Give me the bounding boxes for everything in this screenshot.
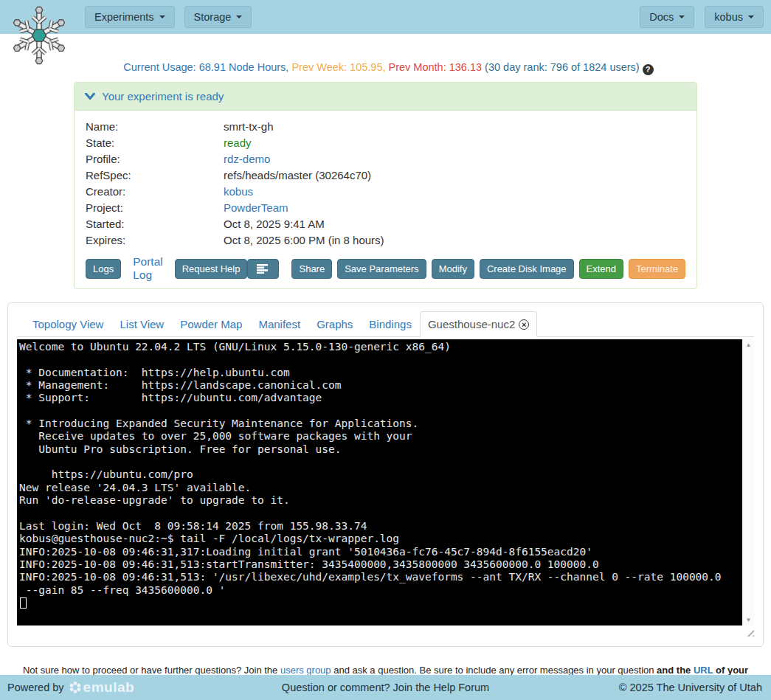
logs-button[interactable]: Logs [86, 259, 121, 279]
tab-guesthouse-nuc2[interactable]: Guesthouse-nuc2 × [420, 311, 537, 337]
url-link[interactable]: URL [694, 665, 713, 676]
project-link[interactable]: PowderTeam [224, 200, 288, 216]
experiment-view-panel: Topology View List View Powder Map Manif… [7, 302, 764, 647]
resize-handle[interactable] [744, 627, 754, 637]
create-disk-image-button[interactable]: Create Disk Image [480, 259, 574, 279]
footer-copyright: © 2025 The University of Utah [619, 682, 762, 693]
terminal-line [19, 456, 742, 468]
navbar-left-group: Experiments Storage [85, 6, 252, 28]
navbar-right-group: Docs kobus [640, 6, 764, 28]
share-button[interactable]: Share [291, 259, 332, 279]
terminate-button[interactable]: Terminate [629, 259, 685, 279]
users-group-link[interactable]: users group [280, 665, 331, 676]
tab-powder-map[interactable]: Powder Map [172, 312, 250, 336]
chevron-down-icon [748, 15, 754, 18]
terminal-line: Welcome to Ubuntu 22.04.2 LTS (GNU/Linux… [19, 341, 742, 353]
footer-powered-by: Powered by emulab [7, 679, 134, 696]
current-usage-text: Current Usage: 68.91 Node Hours, [123, 61, 291, 73]
align-left-icon [257, 264, 269, 274]
terminal-scrollbar[interactable]: ▲ ▼ [742, 339, 754, 626]
snowflake-icon [7, 4, 71, 67]
tab-list-view[interactable]: List View [111, 312, 172, 336]
terminal-line: INFO:2025-10-08 09:46:31,317:Loading ini… [19, 546, 742, 558]
terminal-line: * Support: https://ubuntu.com/advantage [19, 392, 742, 404]
docs-menu-label: Docs [649, 11, 674, 23]
emulab-brand-link[interactable]: emulab [69, 679, 135, 696]
refspec-value: refs/heads/master (30264c70) [224, 167, 371, 184]
experiments-menu-label: Experiments [94, 11, 154, 23]
terminal-cursor [20, 597, 27, 609]
tab-close-icon[interactable]: × [519, 319, 529, 330]
detail-label: State: [86, 135, 224, 151]
portal-log-link[interactable]: Portal Log [133, 255, 163, 282]
terminal-line: Receive updates to over 25,000 software … [19, 430, 742, 443]
experiment-details: Name: smrt-tx-gh State: ready Profile: r… [75, 111, 696, 288]
terminal-line: * Management: https://landscape.canonica… [19, 379, 742, 392]
terminal-line: Run 'do-release-upgrade' to upgrade to i… [19, 494, 742, 507]
rank-text: (30 day rank: 796 of 1824 users) [482, 61, 643, 73]
detail-label: Expires: [86, 232, 224, 249]
experiment-name-value: smrt-tx-gh [224, 119, 274, 135]
powder-snowflake-logo[interactable] [7, 4, 71, 67]
detail-row-name: Name: smrt-tx-gh [86, 119, 685, 135]
detail-row-started: Started: Oct 8, 2025 9:41 AM [86, 216, 685, 232]
help-text-1: Not sure how to proceed or have further … [23, 665, 280, 676]
top-navbar: Experiments Storage Docs kobus [0, 0, 771, 34]
detail-row-refspec: RefSpec: refs/heads/master (30264c70) [86, 167, 685, 184]
experiment-state-value: ready [224, 135, 252, 151]
terminal-prompt-line: kobus@guesthouse-nuc2:~$ tail -F /local/… [19, 533, 742, 545]
ssh-terminal[interactable]: Welcome to Ubuntu 22.04.2 LTS (GNU/Linux… [17, 339, 742, 626]
profile-link[interactable]: rdz-demo [224, 151, 270, 167]
terminal-line: INFO:2025-10-08 09:46:31,513: '/usr/libe… [19, 571, 742, 583]
terminal-line: Last login: Wed Oct 8 09:58:14 2025 from… [19, 520, 742, 533]
terminal-area: Welcome to Ubuntu 22.04.2 LTS (GNU/Linux… [17, 339, 754, 626]
detail-label: Name: [86, 119, 224, 135]
chevron-down-icon [85, 93, 95, 100]
emulab-flower-icon [69, 681, 82, 694]
detail-label: Profile: [86, 151, 224, 167]
detail-row-expires: Expires: Oct 8, 2025 6:00 PM (in 8 hours… [86, 232, 685, 249]
scroll-up-icon[interactable]: ▲ [743, 342, 754, 348]
tab-manifest[interactable]: Manifest [250, 312, 308, 336]
terminal-line [19, 405, 742, 417]
experiment-status-panel: Your experiment is ready Name: smrt-tx-g… [74, 82, 697, 289]
storage-menu-button[interactable]: Storage [184, 6, 252, 28]
terminal-line: Ubuntu Pro subscription. Free for person… [19, 443, 742, 456]
detail-label: RefSpec: [86, 167, 224, 184]
terminal-line: https://ubuntu.com/pro [19, 468, 742, 481]
scroll-down-icon[interactable]: ▼ [743, 617, 754, 623]
experiments-menu-button[interactable]: Experiments [85, 6, 175, 28]
creator-link[interactable]: kobus [224, 184, 253, 200]
action-button-row: Logs Portal Log Request Help Share Save … [86, 255, 685, 282]
prev-month-text: Prev Month: 136.13 [389, 61, 483, 73]
tab-topology-view[interactable]: Topology View [24, 312, 111, 336]
chevron-down-icon [236, 15, 242, 18]
tab-guesthouse-nuc2-label: Guesthouse-nuc2 [428, 318, 515, 330]
started-value: Oct 8, 2025 9:41 AM [224, 216, 325, 232]
help-forum-link[interactable]: Join the Help Forum [393, 682, 490, 693]
help-text-2: and ask a question. Be sure to include a… [331, 665, 657, 676]
snapshot-list-button[interactable] [247, 259, 279, 279]
tab-bindings[interactable]: Bindings [361, 312, 420, 336]
detail-row-creator: Creator: kobus [86, 184, 685, 200]
usage-help-icon[interactable]: ? [643, 64, 654, 75]
chevron-down-icon [159, 15, 165, 18]
terminal-line: INFO:2025-10-08 09:46:31,513:startTransm… [19, 558, 742, 571]
tab-graphs[interactable]: Graphs [308, 312, 361, 336]
right-action-group: Share Save Parameters Modify Create Disk… [247, 259, 685, 279]
request-help-button[interactable]: Request Help [175, 259, 248, 279]
docs-menu-button[interactable]: Docs [640, 6, 694, 28]
expires-value: Oct 8, 2025 6:00 PM (in 8 hours) [224, 232, 384, 249]
view-tab-bar: Topology View List View Powder Map Manif… [17, 311, 754, 337]
extend-button[interactable]: Extend [579, 259, 623, 279]
user-menu-button[interactable]: kobus [705, 6, 764, 28]
usage-summary: Current Usage: 68.91 Node Hours, Prev We… [0, 34, 771, 75]
powered-by-text: Powered by [7, 682, 64, 693]
terminal-line: * Introducing Expanded Security Maintena… [19, 417, 742, 430]
status-alert-header[interactable]: Your experiment is ready [75, 83, 696, 111]
terminal-line [19, 353, 742, 366]
modify-button[interactable]: Modify [432, 259, 474, 279]
detail-row-state: State: ready [86, 135, 685, 151]
detail-label: Creator: [86, 184, 224, 200]
save-parameters-button[interactable]: Save Parameters [337, 259, 426, 279]
